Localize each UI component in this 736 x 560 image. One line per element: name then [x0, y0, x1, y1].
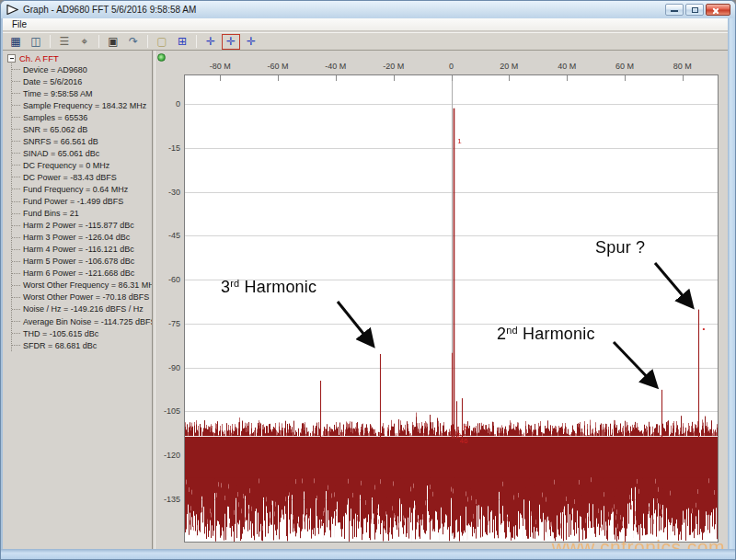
- toolbar-grid-panes-button[interactable]: ⊞: [173, 34, 191, 50]
- tree-item[interactable]: Worst Other Power = -70.18 dBFS: [12, 291, 152, 303]
- toolbar-separator: [50, 35, 51, 48]
- tree-item-label: Fund Power = -1.499 dBFS: [23, 197, 123, 206]
- tree-item-label: Noise / Hz = -149.216 dBFS / Hz: [23, 304, 144, 314]
- y-tick-label: -90: [149, 363, 180, 372]
- tree-item-label: Harm 6 Power = -121.668 dBc: [23, 269, 134, 278]
- tree-connector: [12, 213, 20, 214]
- toolbar-export-button[interactable]: ↷: [124, 34, 143, 50]
- tree-root-label: Ch. A FFT: [19, 53, 59, 63]
- tree-item[interactable]: Fund Bins = 21: [12, 208, 152, 220]
- toolbar-pan-crosshair-button[interactable]: ✛: [201, 34, 220, 50]
- tree-item-label: Worst Other Frequency = 86.31 MHz: [23, 280, 152, 290]
- collapse-icon[interactable]: [7, 54, 16, 63]
- tree-item-label: Harm 2 Power = -115.877 dBc: [23, 221, 134, 230]
- toolbar-single-pane-button[interactable]: ▢: [153, 34, 171, 50]
- tree-item-label: Average Bin Noise = -114.725 dBFS: [23, 317, 152, 326]
- tree-item-label: DC Power = -83.43 dBFS: [23, 173, 117, 182]
- grid-panes-icon: ⊞: [178, 36, 187, 47]
- tree-item[interactable]: Date = 5/6/2016: [12, 75, 152, 87]
- window-title: Graph - AD9680 FFT 5/6/2016 9:58:58 AM: [23, 5, 196, 15]
- tree-item[interactable]: SINAD = 65.061 dBc: [12, 147, 152, 159]
- tree-item[interactable]: Time = 9:58:58 AM: [12, 87, 152, 99]
- tree-item[interactable]: SFDR = 68.681 dBc: [12, 339, 152, 351]
- tree-item[interactable]: Harm 4 Power = -116.121 dBc: [12, 244, 152, 256]
- tree-connector: [12, 333, 20, 334]
- tree-connector: [12, 177, 20, 177]
- tree-item-label: Harm 4 Power = -116.121 dBc: [23, 245, 134, 254]
- tree-item[interactable]: SNRFS = 66.561 dB: [12, 135, 152, 147]
- y-tick-label: -105: [149, 406, 180, 416]
- cursor-tool-icon: ⌖: [82, 36, 88, 47]
- tree-item-label: Harm 5 Power = -106.678 dBc: [23, 257, 134, 266]
- tree-item-label: Time = 9:58:58 AM: [23, 89, 92, 98]
- minimize-icon: [671, 10, 678, 12]
- x-tick-label: 0: [431, 62, 472, 71]
- fft-plot-canvas[interactable]: [185, 75, 718, 542]
- toolbar-cursor-tool-button[interactable]: ⌖: [75, 34, 94, 50]
- tree-connector: [12, 249, 20, 250]
- annotation-spur: Spur ?: [595, 238, 645, 257]
- tree-item-label: Date = 5/6/2016: [23, 77, 82, 86]
- app-logo-icon: [6, 5, 18, 15]
- tree-item[interactable]: Fund Frequency = 0.64 MHz: [12, 183, 152, 195]
- toolbar-align-crosshair-button[interactable]: ✛: [242, 34, 260, 50]
- tree-connector: [12, 81, 20, 82]
- close-button[interactable]: [706, 4, 730, 16]
- tree-item[interactable]: THD = -105.615 dBc: [12, 327, 152, 339]
- align-crosshair-icon: ✛: [247, 36, 256, 47]
- tree-connector: [12, 117, 20, 118]
- menubar: File: [2, 18, 736, 31]
- tree-connector: [12, 189, 20, 189]
- tree-connector: [12, 345, 20, 346]
- minimize-button[interactable]: [665, 4, 684, 16]
- tree-item[interactable]: DC Power = -83.43 dBFS: [12, 171, 152, 183]
- y-tick-label: -75: [149, 319, 180, 328]
- tree-item[interactable]: Harm 5 Power = -106.678 dBc: [12, 256, 152, 268]
- pan-crosshair-icon: ✛: [206, 36, 215, 47]
- maximize-button[interactable]: [685, 4, 704, 16]
- tree-item-label: Fund Bins = 21: [23, 209, 79, 218]
- tree-item[interactable]: Harm 3 Power = -126.04 dBc: [12, 232, 152, 244]
- export-icon: ↷: [129, 36, 138, 47]
- menu-item-file[interactable]: File: [8, 19, 30, 29]
- annotation-third-harmonic: 3rd Harmonic: [221, 278, 316, 297]
- tree-item[interactable]: Device = AD9680: [12, 63, 152, 75]
- y-tick-label: -60: [149, 275, 180, 284]
- titlebar[interactable]: Graph - AD9680 FFT 5/6/2016 9:58:58 AM: [1, 1, 735, 18]
- tree-item-label: SNRFS = 66.561 dB: [23, 137, 98, 146]
- tree-connector: [12, 285, 20, 286]
- window-border-left: [1, 18, 3, 551]
- tree-item[interactable]: Harm 6 Power = -121.668 dBc: [12, 268, 152, 280]
- graph-image-icon: ◫: [30, 36, 40, 47]
- toolbar-list-view-button[interactable]: ☰: [55, 34, 74, 50]
- tree-item[interactable]: DC Frequency = 0 MHz: [12, 159, 152, 171]
- x-tick-label: 40 M: [546, 62, 587, 71]
- toolbar-graph-image-button[interactable]: ◫: [27, 34, 45, 50]
- tree-item[interactable]: Samples = 65536: [12, 111, 152, 123]
- x-tick-label: 20 M: [489, 62, 529, 71]
- tree-item[interactable]: Worst Other Frequency = 86.31 MHz: [12, 280, 152, 291]
- tree-item-label: SFDR = 68.681 dBc: [23, 341, 97, 350]
- tree-item[interactable]: Noise / Hz = -149.216 dBFS / Hz: [12, 303, 152, 315]
- x-tick-label: 80 M: [662, 62, 703, 71]
- tree-item[interactable]: Harm 2 Power = -115.877 dBc: [12, 220, 152, 232]
- tree-connector: [12, 129, 20, 130]
- toolbar-graph-settings-button[interactable]: ▦: [6, 34, 25, 50]
- tree-item[interactable]: Average Bin Noise = -114.725 dBFS: [12, 315, 152, 327]
- y-tick-label: -135: [149, 495, 180, 504]
- tree-item[interactable]: SNR = 65.062 dB: [12, 123, 152, 135]
- window-border-right: [728, 18, 735, 551]
- tree-root[interactable]: Ch. A FFT: [7, 52, 59, 63]
- tree-item[interactable]: Fund Power = -1.499 dBFS: [12, 196, 152, 208]
- tree-connector: [12, 321, 20, 322]
- tree-connector: [12, 237, 20, 238]
- tree-item[interactable]: Sample Frequency = 184.32 MHz: [12, 99, 152, 111]
- y-tick-label: 0: [149, 99, 180, 109]
- toolbar-center-crosshair-button[interactable]: ✛: [222, 34, 240, 50]
- graph-settings-icon: ▦: [10, 36, 20, 47]
- tree-connector: [12, 297, 20, 298]
- tree-item-label: DC Frequency = 0 MHz: [23, 161, 109, 170]
- toolbar-save-button[interactable]: ▣: [104, 34, 122, 50]
- toolbar-separator: [147, 35, 148, 48]
- tree-item-label: Device = AD9680: [23, 65, 87, 74]
